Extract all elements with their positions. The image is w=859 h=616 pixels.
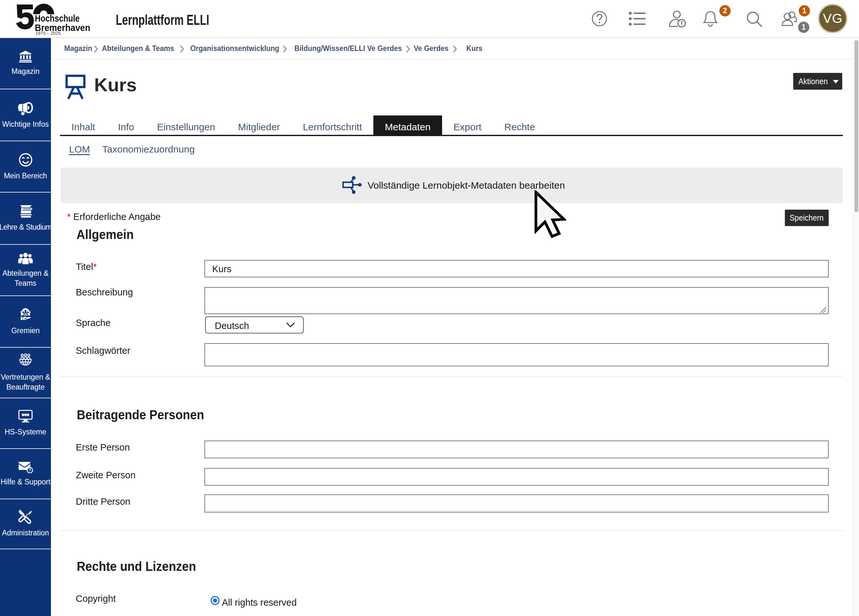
svg-text:?: ? <box>29 467 31 472</box>
svg-text:1975 – 2025: 1975 – 2025 <box>36 31 61 36</box>
svg-text:Hochschule: Hochschule <box>35 13 80 23</box>
